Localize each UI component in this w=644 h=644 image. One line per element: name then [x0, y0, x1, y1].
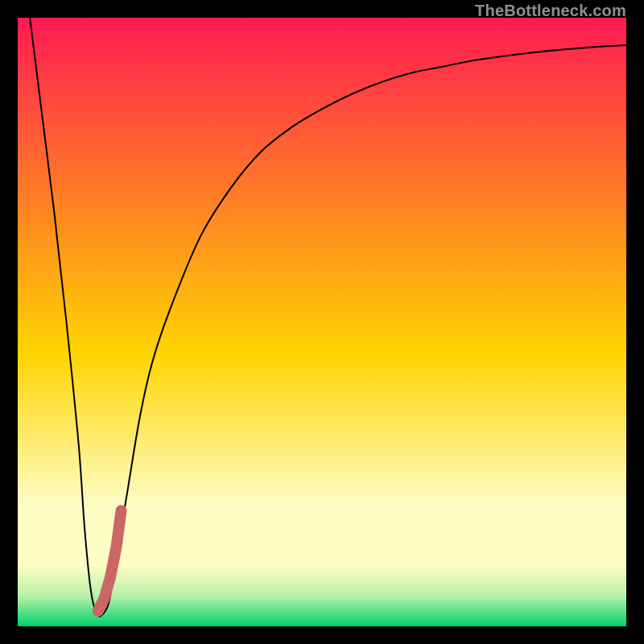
plot-area [18, 18, 626, 626]
watermark-text: TheBottleneck.com [475, 2, 626, 20]
chart-svg [18, 18, 626, 626]
